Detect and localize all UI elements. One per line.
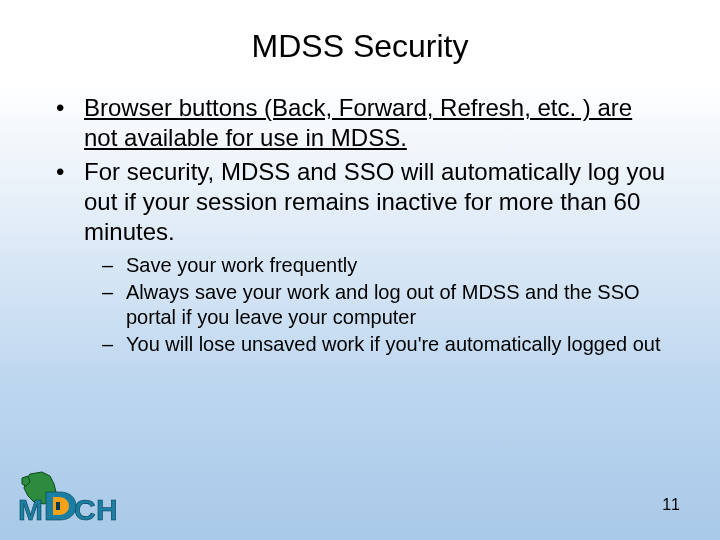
- slide-title: MDSS Security: [48, 28, 672, 65]
- sub-bullet-list: Save your work frequently Always save yo…: [84, 253, 672, 357]
- sub-bullet-item: You will lose unsaved work if you're aut…: [122, 332, 672, 357]
- svg-text:C: C: [74, 493, 96, 526]
- bullet-item: Browser buttons (Back, Forward, Refresh,…: [78, 93, 672, 153]
- bullet-item: For security, MDSS and SSO will automati…: [78, 157, 672, 357]
- page-number: 11: [662, 496, 680, 514]
- sub-bullet-item: Always save your work and log out of MDS…: [122, 280, 672, 330]
- bullet-text: Browser buttons (Back, Forward, Refresh,…: [84, 94, 632, 151]
- svg-text:M: M: [18, 493, 43, 526]
- bullet-text: For security, MDSS and SSO will automati…: [84, 158, 665, 245]
- mdch-logo-icon: M C H: [18, 470, 136, 526]
- main-bullet-list: Browser buttons (Back, Forward, Refresh,…: [48, 93, 672, 357]
- svg-text:H: H: [96, 493, 118, 526]
- slide: MDSS Security Browser buttons (Back, For…: [0, 0, 720, 540]
- sub-bullet-item: Save your work frequently: [122, 253, 672, 278]
- svg-rect-3: [56, 502, 60, 510]
